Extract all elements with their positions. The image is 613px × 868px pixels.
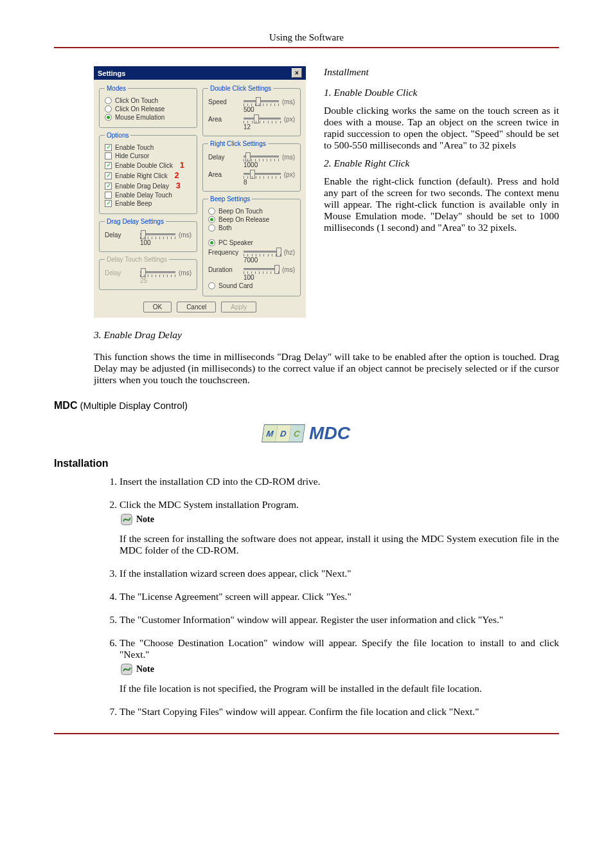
- dc-speed-slider[interactable]: [244, 97, 279, 106]
- callout-3: 3: [176, 181, 181, 190]
- check-enable-delay-touch[interactable]: Enable Delay Touch: [105, 192, 191, 199]
- install-step-6: The "Choose Destination Location" window…: [120, 637, 559, 694]
- drag-delay-legend: Drag Delay Settings: [105, 218, 166, 225]
- check-enable-right-click[interactable]: Enable Right Click2: [105, 171, 191, 180]
- mdc-badge-icon: MDC: [262, 424, 305, 442]
- mdc-logo-text: MDC: [309, 423, 350, 444]
- install-step-2: Click the MDC System installation Progra…: [120, 499, 559, 556]
- mdc-heading-rest: (Multiple Display Control): [80, 400, 188, 411]
- install-step-1: Insert the installation CD into the CD-R…: [120, 476, 559, 487]
- group-delay-touch: Delay Touch Settings Delay (ms) 25: [99, 256, 197, 290]
- dc-speed-label: Speed: [208, 98, 240, 105]
- page-header: Using the Software: [54, 32, 559, 48]
- rc-area-label: Area: [208, 171, 240, 178]
- install-step-5: The "Customer Information" window will a…: [120, 614, 559, 626]
- drag-delay-body: This function shows the time in millisec…: [94, 351, 559, 386]
- options-legend: Options: [105, 132, 130, 139]
- mdc-heading-bold: MDC: [54, 400, 77, 411]
- beep-dur-value: 100: [244, 274, 295, 281]
- radio-pc-speaker[interactable]: PC Speaker: [208, 239, 295, 246]
- modes-legend: Modes: [105, 85, 128, 92]
- double-click-legend: Double Click Settings: [208, 85, 273, 92]
- footer-rule: [54, 733, 559, 734]
- group-double-click: Double Click Settings Speed (ms) 500 Are…: [202, 85, 301, 136]
- close-icon[interactable]: ×: [292, 68, 302, 78]
- radio-beep-touch[interactable]: Beep On Touch: [208, 208, 295, 215]
- settings-dialog: Settings × Modes Click On Touch Click On…: [94, 66, 306, 318]
- group-options: Options Enable Touch Hide Cursor Enable …: [99, 132, 197, 214]
- group-drag-delay: Drag Delay Settings Delay (ms) 100: [99, 218, 197, 252]
- rc-area-slider[interactable]: [244, 170, 281, 179]
- rc-delay-slider[interactable]: [244, 152, 279, 161]
- beep-freq-value: 7000: [244, 257, 295, 264]
- right-click-legend: Right Click Settings: [208, 140, 268, 147]
- installment-heading: Installment: [324, 66, 559, 78]
- rc-delay-value: 1000: [244, 161, 295, 168]
- beep-freq-label: Frequency: [208, 249, 240, 256]
- callout-1: 1: [180, 161, 184, 170]
- section-enable-right-click-title: 2. Enable Right Click: [324, 158, 559, 169]
- apply-button[interactable]: Apply: [221, 302, 256, 312]
- drag-delay-title: 3. Enable Drag Delay: [94, 329, 559, 341]
- drag-delay-label: Delay: [105, 231, 137, 239]
- beep-legend: Beep Settings: [208, 195, 252, 203]
- group-beep: Beep Settings Beep On Touch Beep On Rele…: [202, 195, 301, 296]
- check-enable-touch[interactable]: Enable Touch: [105, 144, 191, 151]
- rc-delay-label: Delay: [208, 154, 240, 161]
- installation-list: Insert the installation CD into the CD-R…: [94, 476, 559, 718]
- install-step-4: The "License Agreement" screen will appe…: [120, 591, 559, 602]
- drag-delay-section: 3. Enable Drag Delay This function shows…: [94, 329, 559, 386]
- beep-dur-slider[interactable]: [244, 265, 279, 274]
- drag-delay-slider[interactable]: [140, 230, 175, 239]
- dc-area-slider[interactable]: [244, 114, 281, 123]
- beep-dur-label: Duration: [208, 266, 240, 273]
- group-modes: Modes Click On Touch Click On Release Mo…: [99, 85, 197, 128]
- note-6-body: If the file location is not specified, t…: [120, 683, 559, 694]
- check-enable-beep[interactable]: Enable Beep: [105, 200, 191, 207]
- drag-delay-value: 100: [140, 239, 191, 246]
- callout-2: 2: [175, 171, 179, 180]
- settings-titlebar: Settings ×: [94, 66, 306, 80]
- delay-touch-slider: [140, 268, 175, 277]
- install-step-7: The "Start Copying Files" window will ap…: [120, 706, 559, 718]
- settings-title: Settings: [98, 69, 125, 77]
- radio-beep-release[interactable]: Beep On Release: [208, 216, 295, 223]
- top-row: Settings × Modes Click On Touch Click On…: [94, 66, 559, 318]
- cancel-button[interactable]: Cancel: [177, 302, 216, 312]
- group-right-click: Right Click Settings Delay (ms) 1000 Are…: [202, 140, 301, 192]
- dc-area-value: 12: [244, 123, 295, 131]
- radio-mouse-emulation[interactable]: Mouse Emulation: [105, 114, 191, 121]
- check-hide-cursor[interactable]: Hide Cursor: [105, 152, 191, 159]
- note-icon: [120, 662, 134, 676]
- note-label: Note: [136, 664, 154, 674]
- right-text-column: Installment 1. Enable Double Click Doubl…: [324, 66, 559, 318]
- radio-sound-card[interactable]: Sound Card: [208, 282, 295, 289]
- delay-touch-legend: Delay Touch Settings: [105, 256, 169, 263]
- settings-body: Modes Click On Touch Click On Release Mo…: [94, 80, 306, 318]
- radio-click-on-touch[interactable]: Click On Touch: [105, 97, 191, 104]
- mdc-logo: MDC MDC: [54, 423, 559, 444]
- install-step-3: If the installation wizard screen does a…: [120, 568, 559, 579]
- radio-beep-both[interactable]: Both: [208, 224, 295, 231]
- page-header-title: Using the Software: [269, 32, 344, 42]
- section-enable-double-click-body: Double clicking works the same on the to…: [324, 105, 559, 151]
- installation-heading: Installation: [54, 458, 559, 469]
- note-label: Note: [136, 514, 154, 525]
- dc-area-label: Area: [208, 116, 240, 123]
- ok-button[interactable]: OK: [143, 302, 172, 312]
- note-icon: [120, 512, 134, 527]
- check-enable-drag-delay[interactable]: Enable Drag Delay3: [105, 181, 191, 190]
- delay-touch-label: Delay: [105, 269, 137, 276]
- mdc-heading: MDC (Multiple Display Control): [54, 400, 559, 411]
- note-2-body: If the screen for installing the softwar…: [120, 533, 559, 556]
- page: Using the Software Settings × Modes Clic…: [0, 0, 613, 766]
- check-enable-double-click[interactable]: Enable Double Click1: [105, 161, 191, 170]
- dc-speed-value: 500: [244, 106, 295, 113]
- beep-freq-slider[interactable]: [244, 248, 281, 257]
- radio-click-on-release[interactable]: Click On Release: [105, 105, 191, 113]
- section-enable-right-click-body: Enable the right-click function (default…: [324, 176, 559, 233]
- section-enable-double-click-title: 1. Enable Double Click: [324, 87, 559, 98]
- delay-touch-value: 25: [140, 277, 191, 284]
- rc-area-value: 8: [244, 179, 295, 186]
